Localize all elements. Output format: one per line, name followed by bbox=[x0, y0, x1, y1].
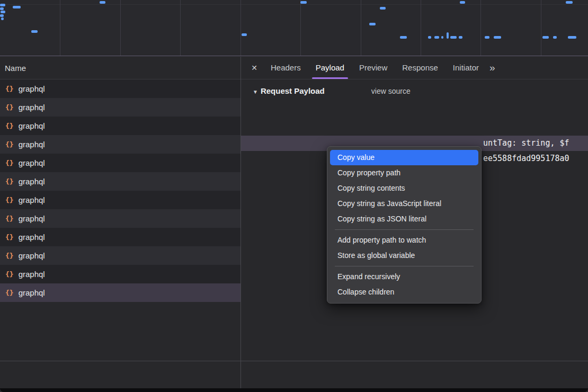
menu-item-expand-recursively[interactable]: Expand recursively bbox=[330, 269, 478, 284]
menu-item-copy-string-as-javascript-literal[interactable]: Copy string as JavaScript literal bbox=[330, 196, 478, 211]
property-value-fragment: ee5588fdad995178a0 bbox=[483, 151, 569, 166]
json-braces-icon: {} bbox=[5, 103, 14, 111]
network-activity-bar bbox=[31, 30, 38, 33]
network-activity-bar bbox=[542, 36, 549, 39]
json-braces-icon: {} bbox=[5, 252, 14, 260]
timeline-gridline bbox=[300, 0, 301, 56]
menu-item-copy-string-contents[interactable]: Copy string contents bbox=[330, 181, 478, 196]
context-menu: Copy valueCopy property pathCopy string … bbox=[327, 146, 482, 304]
timeline-gridline bbox=[480, 0, 481, 56]
network-activity-bar bbox=[13, 6, 21, 8]
request-row[interactable]: {}graphql bbox=[0, 98, 240, 117]
json-braces-icon: {} bbox=[5, 177, 14, 185]
request-row[interactable]: {}graphql bbox=[0, 283, 240, 302]
section-collapse-icon[interactable]: ▼ bbox=[253, 89, 258, 95]
more-tabs-icon[interactable]: » bbox=[489, 62, 495, 74]
network-activity-bar bbox=[568, 36, 576, 39]
network-activity-bar bbox=[494, 36, 501, 39]
json-braces-icon: {} bbox=[5, 215, 14, 222]
request-row[interactable]: {}graphql bbox=[0, 135, 240, 154]
tab-response[interactable]: Response bbox=[395, 57, 446, 79]
name-column-label: Name bbox=[5, 64, 26, 73]
json-braces-icon: {} bbox=[5, 122, 14, 130]
timeline-gridline bbox=[240, 0, 241, 56]
request-list-body: {}graphql{}graphql{}graphql{}graphql{}gr… bbox=[0, 79, 240, 302]
network-activity-bar bbox=[0, 14, 4, 17]
network-activity-bar bbox=[485, 36, 489, 39]
request-row[interactable]: {}graphql bbox=[0, 246, 240, 265]
view-source-link[interactable]: view source bbox=[371, 87, 411, 95]
network-activity-bar bbox=[566, 1, 573, 4]
network-activity-bar bbox=[1, 17, 4, 20]
close-icon[interactable]: ✕ bbox=[245, 64, 263, 72]
menu-item-store-as-global-variable[interactable]: Store as global variable bbox=[330, 248, 478, 263]
network-overview-timeline[interactable] bbox=[0, 0, 588, 56]
request-row[interactable]: {}graphql bbox=[0, 209, 240, 228]
timeline-gridline bbox=[361, 0, 361, 56]
request-row[interactable]: {}graphql bbox=[0, 79, 240, 98]
request-row[interactable]: {}graphql bbox=[0, 117, 240, 135]
request-name: graphql bbox=[19, 84, 45, 93]
network-activity-bar bbox=[300, 1, 307, 4]
network-activity-bar bbox=[100, 1, 105, 4]
json-braces-icon: {} bbox=[5, 85, 14, 93]
property-text-fragment: untTag: string, $f bbox=[483, 136, 569, 151]
network-activity-bar bbox=[450, 36, 457, 39]
network-activity-bar bbox=[242, 33, 247, 36]
requests-panel: Name {}graphql{}graphql{}graphql{}graphq… bbox=[0, 57, 240, 361]
devtools-network-panel: Name {}graphql{}graphql{}graphql{}graphq… bbox=[0, 0, 588, 392]
request-name: graphql bbox=[19, 233, 45, 242]
timeline-gridline bbox=[120, 0, 121, 56]
json-braces-icon: {} bbox=[5, 233, 14, 241]
network-activity-bar bbox=[553, 36, 557, 39]
network-activity-bar bbox=[459, 36, 462, 39]
request-name: graphql bbox=[19, 288, 45, 297]
menu-item-collapse-children[interactable]: Collapse children bbox=[330, 284, 478, 300]
network-activity-bar bbox=[441, 36, 443, 39]
payload-operationname-row[interactable]: operationName: "ipFlowTimeseries" bbox=[241, 120, 588, 136]
network-activity-bar bbox=[460, 1, 465, 4]
menu-item-add-property-path-to-watch[interactable]: Add property path to watch bbox=[330, 233, 478, 248]
request-name: graphql bbox=[19, 195, 45, 204]
network-activity-bar bbox=[0, 4, 5, 6]
tab-preview[interactable]: Preview bbox=[352, 57, 395, 79]
request-name: graphql bbox=[19, 103, 45, 112]
tab-headers[interactable]: Headers bbox=[263, 57, 308, 79]
network-activity-bar bbox=[447, 32, 449, 39]
menu-divider bbox=[335, 266, 474, 266]
request-name: graphql bbox=[19, 121, 45, 130]
request-row[interactable]: {}graphql bbox=[0, 265, 240, 283]
name-column-header[interactable]: Name bbox=[0, 57, 240, 79]
request-row[interactable]: {}graphql bbox=[0, 228, 240, 246]
menu-item-copy-value[interactable]: Copy value bbox=[330, 150, 478, 165]
network-activity-bar bbox=[400, 36, 407, 39]
request-row[interactable]: {}graphql bbox=[0, 154, 240, 172]
tab-payload[interactable]: Payload bbox=[308, 57, 352, 79]
request-name: graphql bbox=[19, 251, 45, 260]
timeline-gridline bbox=[541, 0, 541, 56]
menu-divider bbox=[335, 229, 474, 230]
timeline-gridline bbox=[0, 4, 588, 5]
section-title: Request Payload bbox=[261, 86, 325, 95]
request-row[interactable]: {}graphql bbox=[0, 172, 240, 191]
menu-item-copy-string-as-json-literal[interactable]: Copy string as JSON literal bbox=[330, 211, 478, 227]
json-braces-icon: {} bbox=[5, 196, 14, 204]
timeline-gridline bbox=[180, 0, 181, 56]
tab-initiator[interactable]: Initiator bbox=[446, 57, 486, 79]
json-braces-icon: {} bbox=[5, 140, 14, 148]
json-braces-icon: {} bbox=[5, 270, 14, 278]
request-name: graphql bbox=[19, 140, 45, 149]
window-bottom-edge bbox=[0, 388, 588, 392]
payload-root-row[interactable]: ▼{operationName: "ipFlowTimeseries", var… bbox=[241, 105, 588, 120]
timeline-gridline bbox=[421, 0, 421, 56]
request-payload-section-header[interactable]: ▼ Request Payload view source bbox=[241, 79, 588, 100]
network-activity-bar bbox=[0, 7, 4, 10]
menu-item-copy-property-path[interactable]: Copy property path bbox=[330, 165, 478, 181]
request-row[interactable]: {}graphql bbox=[0, 191, 240, 209]
json-braces-icon: {} bbox=[5, 159, 14, 167]
network-activity-bar bbox=[380, 7, 386, 10]
timeline-gridline bbox=[60, 0, 60, 56]
request-name: graphql bbox=[19, 177, 45, 186]
network-activity-bar bbox=[369, 23, 376, 25]
network-activity-bar bbox=[1, 11, 5, 13]
